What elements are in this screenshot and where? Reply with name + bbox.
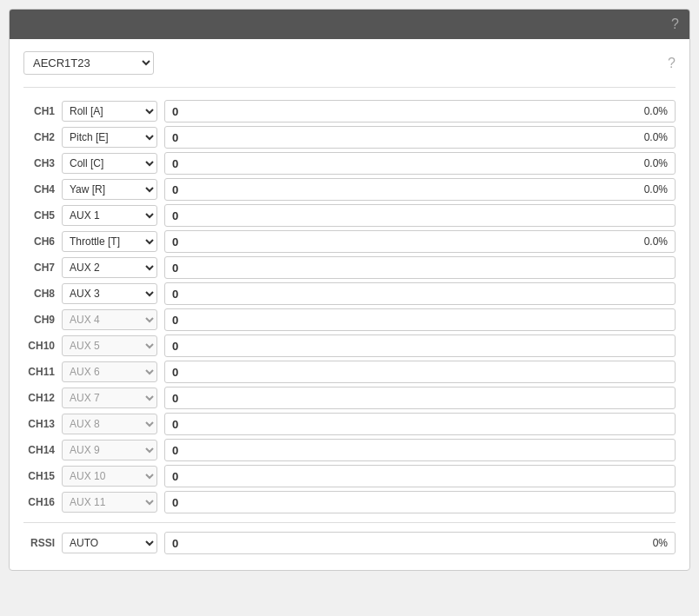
ch-function-select[interactable]: AUX 7	[62, 387, 157, 408]
ch-value: 0	[172, 131, 644, 144]
ch-value-container: 0	[164, 413, 676, 435]
ch-label: CH16	[23, 496, 55, 508]
ch-value-container: 0	[164, 361, 676, 383]
channel-row: CH1Roll [A]00.0%	[23, 100, 676, 123]
channel-row: CH11AUX 60	[23, 361, 676, 383]
ch-percent: 0.0%	[644, 183, 668, 195]
ch-label: CH12	[23, 392, 55, 404]
ch-value: 0	[172, 183, 644, 196]
channel-row: CH6Throttle [T]00.0%	[23, 230, 676, 253]
ch-value: 0	[172, 366, 668, 379]
ch-value: 0	[172, 392, 668, 405]
ch-function-select[interactable]: AUX 3	[62, 283, 157, 304]
channel-row: CH2Pitch [E]00.0%	[23, 126, 676, 149]
ch-value: 0	[172, 262, 668, 275]
ch-percent: 0.0%	[644, 235, 668, 248]
ch-value-container: 00.0%	[164, 178, 676, 201]
ch-percent: 0.0%	[644, 131, 668, 143]
ch-percent: 0.0%	[644, 157, 668, 169]
ch-label: CH1	[23, 105, 55, 117]
ch-value: 0	[172, 209, 668, 222]
ch-label: CH7	[23, 262, 55, 274]
panel-header: ?	[10, 10, 689, 39]
ch-label: CH4	[23, 183, 55, 195]
ch-value-container: 00.0%	[164, 126, 676, 149]
ch-label: CH11	[23, 366, 55, 378]
ch-function-select[interactable]: Throttle [T]	[62, 231, 157, 252]
ch-percent: 0.0%	[644, 105, 668, 117]
ch-label: CH3	[23, 157, 55, 169]
receiver-channels-panel: ? AECR1T23 AETR TAER REAT ? CH1Roll [A]0…	[9, 9, 690, 571]
ch-value: 0	[172, 418, 668, 431]
ch-value: 0	[172, 288, 668, 301]
ch-label: CH13	[23, 418, 55, 430]
ch-label: CH10	[23, 340, 55, 352]
channel-row: CH13AUX 80	[23, 413, 676, 435]
ch-function-select[interactable]: AUX 11	[62, 492, 157, 513]
ch-function-select[interactable]: AUX 2	[62, 257, 157, 278]
preset-select[interactable]: AECR1T23 AETR TAER REAT	[23, 51, 154, 75]
ch-value: 0	[172, 314, 668, 327]
preset-row: AECR1T23 AETR TAER REAT ?	[23, 51, 676, 88]
ch-value-container: 00.0%	[164, 152, 676, 175]
channel-row: CH12AUX 70	[23, 387, 676, 409]
channel-row: CH16AUX 110	[23, 491, 676, 513]
ch-value: 0	[172, 444, 668, 457]
ch-function-select[interactable]: AUX 6	[62, 361, 157, 382]
channel-row: CH8AUX 30	[23, 282, 676, 305]
ch-function-select[interactable]: AUX 9	[62, 440, 157, 460]
ch-label: CH8	[23, 288, 55, 300]
ch-label: CH15	[23, 470, 55, 482]
ch-value: 0	[172, 470, 668, 483]
ch-value-container: 0	[164, 282, 676, 305]
ch-value-container: 0	[164, 465, 676, 487]
ch-function-select[interactable]: Pitch [E]	[62, 127, 157, 148]
ch-value: 0	[172, 157, 644, 170]
preset-help-icon[interactable]: ?	[668, 56, 676, 71]
ch-function-select[interactable]: AUX 5	[62, 335, 157, 356]
rssi-label: RSSI	[23, 537, 55, 549]
ch-function-select[interactable]: Yaw [R]	[62, 179, 157, 200]
ch-function-select[interactable]: AUX 4	[62, 309, 157, 330]
ch-label: CH2	[23, 131, 55, 143]
channel-row: CH5AUX 10	[23, 204, 676, 227]
ch-value-container: 0	[164, 334, 676, 357]
channel-row: CH10AUX 50	[23, 334, 676, 357]
ch-function-select[interactable]: AUX 8	[62, 414, 157, 434]
rssi-select[interactable]: AUTO CH1 CH2 CH3 CH4	[62, 533, 157, 553]
ch-value: 0	[172, 235, 644, 248]
header-help-icon[interactable]: ?	[671, 17, 679, 32]
rssi-value: 0	[172, 537, 653, 550]
ch-value-container: 00.0%	[164, 230, 676, 253]
ch-function-select[interactable]: AUX 10	[62, 466, 157, 487]
ch-value: 0	[172, 496, 668, 509]
ch-label: CH6	[23, 235, 55, 248]
ch-value-container: 0	[164, 491, 676, 513]
ch-value-container: 0	[164, 204, 676, 227]
channel-row: CH14AUX 90	[23, 439, 676, 461]
ch-value-container: 0	[164, 387, 676, 409]
channel-list: CH1Roll [A]00.0%CH2Pitch [E]00.0%CH3Coll…	[23, 100, 676, 513]
ch-value-container: 0	[164, 308, 676, 331]
channel-row: CH9AUX 40	[23, 308, 676, 331]
panel-body: AECR1T23 AETR TAER REAT ? CH1Roll [A]00.…	[10, 39, 689, 570]
ch-function-select[interactable]: Roll [A]	[62, 101, 157, 122]
ch-value: 0	[172, 105, 644, 118]
divider	[23, 522, 676, 523]
rssi-percent: 0%	[653, 537, 668, 549]
channel-row: CH15AUX 100	[23, 465, 676, 487]
rssi-value-container: 0 0%	[164, 532, 676, 554]
rssi-row: RSSI AUTO CH1 CH2 CH3 CH4 0 0%	[23, 532, 676, 554]
ch-value-container: 00.0%	[164, 100, 676, 123]
ch-value-container: 0	[164, 439, 676, 461]
ch-value: 0	[172, 340, 668, 353]
ch-function-select[interactable]: Coll [C]	[62, 153, 157, 174]
channel-row: CH3Coll [C]00.0%	[23, 152, 676, 175]
channel-row: CH7AUX 20	[23, 256, 676, 279]
ch-value-container: 0	[164, 256, 676, 279]
ch-function-select[interactable]: AUX 1	[62, 205, 157, 226]
channel-row: CH4Yaw [R]00.0%	[23, 178, 676, 201]
ch-label: CH14	[23, 444, 55, 456]
ch-label: CH5	[23, 209, 55, 222]
ch-label: CH9	[23, 314, 55, 326]
